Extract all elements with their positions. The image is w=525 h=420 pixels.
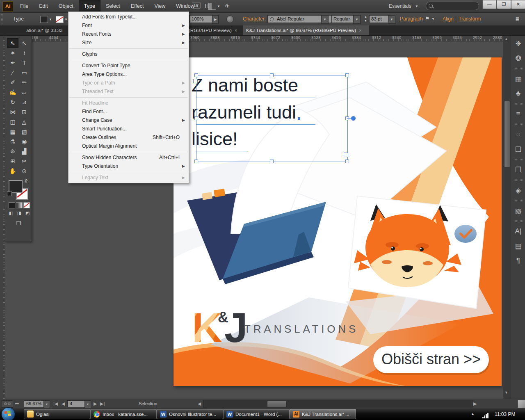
character-panel-icon[interactable]: A| — [511, 224, 525, 239]
resize-grip[interactable] — [518, 400, 525, 408]
free-transform-tool[interactable]: ⊡ — [18, 107, 30, 117]
swatches-panel-icon[interactable]: ▦ — [511, 71, 525, 86]
rectangle-tool[interactable]: ▭ — [18, 68, 30, 78]
warp-arrow-icon[interactable]: ▼ — [431, 17, 435, 21]
eraser-tool[interactable]: ▱ — [18, 87, 30, 97]
opacity-field[interactable]: 100% — [189, 15, 213, 23]
brushes-panel-icon[interactable]: ♣ — [511, 86, 525, 101]
text-center-point[interactable] — [298, 117, 300, 120]
restore-button[interactable]: ❐ — [497, 0, 511, 9]
dock-group-grip[interactable] — [514, 159, 523, 160]
shaper-tool[interactable]: ✍ — [7, 87, 18, 97]
first-artboard-icon[interactable]: |◀ — [53, 401, 58, 406]
blend-tool[interactable]: ◉ — [18, 137, 30, 146]
draw-behind-mode-button[interactable]: ◨ — [15, 210, 23, 216]
scroll-up-icon[interactable]: ▲ — [504, 37, 508, 41]
menu-item-create-outlines[interactable]: Create OutlinesShift+Ctrl+O — [68, 133, 189, 142]
menu-file[interactable]: File — [15, 0, 34, 12]
gradient-panel-icon[interactable]: ▧ — [511, 203, 525, 218]
envelope-warp-icon[interactable]: ⚑ — [425, 16, 430, 22]
selection-bounding-box[interactable] — [196, 75, 348, 162]
workspace-switcher[interactable]: Essentials — [389, 3, 411, 9]
recolor-artwork-icon[interactable] — [226, 16, 234, 23]
taskbar-button-chrome[interactable]: Inbox - katarina.sse... — [90, 409, 157, 419]
stroke-color-swatch[interactable] — [56, 16, 64, 23]
stroke-arrow-icon[interactable]: ▼ — [64, 18, 68, 21]
zoom-tool[interactable]: ⊙ — [18, 166, 30, 176]
last-artboard-icon[interactable]: ▶| — [100, 401, 105, 406]
menu-edit[interactable]: Edit — [34, 0, 53, 12]
menu-item-font[interactable]: Font▶ — [68, 21, 189, 30]
arrange-documents-arrow-icon[interactable]: ▼ — [217, 5, 220, 8]
selection-handle[interactable] — [345, 160, 349, 163]
gradient-mode-button[interactable] — [16, 202, 23, 208]
pencil-tool[interactable]: ✏ — [18, 78, 30, 87]
fox-illustration[interactable] — [346, 196, 493, 334]
transparency-panel-icon[interactable]: ◌ — [511, 127, 525, 142]
menu-view[interactable]: View — [149, 0, 171, 12]
menu-item-recent-fonts[interactable]: Recent Fonts▶ — [68, 30, 189, 39]
taskbar-button-folder[interactable]: Oglasi — [24, 409, 90, 419]
layers-panel-icon[interactable]: ◈ — [511, 183, 525, 198]
text-in-port[interactable] — [193, 79, 198, 83]
scale-tool[interactable]: ⊿ — [18, 97, 30, 107]
paragraph-panel-link[interactable]: Paragraph — [400, 16, 423, 22]
transform-panel-link[interactable]: Transform — [459, 16, 481, 22]
perspective-grid-tool[interactable]: ◬ — [18, 117, 30, 127]
menu-item-convert-to-point-type[interactable]: Convert To Point Type — [68, 62, 189, 70]
fill-color-swatch[interactable] — [40, 16, 48, 23]
selection-handle[interactable] — [194, 160, 198, 163]
paintbrush-tool[interactable]: ✐ — [7, 78, 18, 87]
document-tab-left[interactable]: ation.ai* @ 33.33 — [26, 25, 68, 35]
selection-handle[interactable] — [270, 160, 274, 163]
opacity-spinner-icon[interactable]: ▶ — [212, 15, 219, 24]
align-panel-link[interactable]: Align — [443, 16, 454, 22]
horizontal-scroll-track[interactable] — [203, 400, 472, 408]
next-artboard-icon[interactable]: ▶ — [94, 401, 97, 406]
bridge-button[interactable]: Br — [192, 2, 201, 9]
close-button[interactable]: ✕ — [511, 0, 525, 9]
rotate-tool[interactable]: ↻ — [7, 97, 18, 107]
zoom-arrow-icon[interactable]: ▼ — [43, 400, 50, 408]
taskbar-button-word[interactable]: WOsnovni Illustrator te... — [157, 409, 223, 419]
settings-gears-icon[interactable]: ⚙⚙ — [2, 400, 13, 408]
shape-builder-tool[interactable]: ◫ — [7, 117, 18, 127]
selection-handle[interactable] — [270, 73, 274, 77]
document-tab-middle[interactable]: (RGB/GPU Preview)× — [189, 25, 242, 35]
horizontal-scroll-thumb[interactable] — [267, 401, 287, 407]
selection-tool[interactable]: ↖ — [7, 38, 18, 48]
draw-normal-mode-button[interactable]: ◧ — [7, 210, 15, 216]
dock-group-grip[interactable] — [514, 68, 523, 69]
menu-type[interactable]: Type — [79, 0, 100, 12]
menu-item-optical-margin-alignment[interactable]: Optical Margin Alignment — [68, 142, 189, 151]
dock-group-grip[interactable] — [514, 220, 523, 222]
menu-object[interactable]: Object — [53, 0, 79, 12]
menu-item-glyphs[interactable]: Glyphs — [68, 50, 189, 59]
menu-item-find-font[interactable]: Find Font... — [68, 107, 189, 116]
font-size-stepper[interactable]: ▲▼ — [363, 15, 368, 23]
color-mode-button[interactable] — [9, 202, 15, 208]
menu-item-smart-punctuation[interactable]: Smart Punctuation... — [68, 125, 189, 133]
default-fill-stroke-icon[interactable] — [7, 192, 12, 196]
symbol-sprayer-tool[interactable]: ❊ — [7, 146, 18, 156]
color-panel-icon[interactable]: ❉ — [511, 36, 525, 51]
eyedropper-tool[interactable]: ⚗ — [7, 137, 18, 146]
direct-selection-tool[interactable]: ↖ — [18, 38, 30, 48]
control-panel-menu-icon[interactable]: ≣ — [515, 16, 519, 22]
draw-inside-mode-button[interactable]: ◩ — [23, 210, 32, 216]
dock-group-grip[interactable] — [514, 123, 523, 125]
tab-close-icon[interactable]: × — [235, 28, 237, 33]
lasso-tool[interactable]: ≀ — [18, 48, 30, 58]
dock-group-grip[interactable] — [514, 179, 523, 181]
color-guide-panel-icon[interactable]: ❂ — [511, 51, 525, 66]
font-style-arrow-icon[interactable]: ▼ — [353, 15, 361, 24]
menu-item-size[interactable]: Size▶ — [68, 39, 189, 47]
stroke-panel-icon[interactable]: ≡ — [511, 107, 525, 121]
slice-tool[interactable]: ✂ — [18, 156, 30, 166]
font-family-arrow-icon[interactable]: ▼ — [321, 15, 329, 24]
line-segment-tool[interactable]: ∕ — [7, 68, 18, 78]
hand-tool[interactable]: ✋ — [7, 166, 18, 176]
artboards-panel-icon[interactable]: ❏ — [511, 142, 525, 157]
tab-close-icon[interactable]: × — [359, 28, 361, 33]
screen-mode-button[interactable]: ❒ — [13, 219, 24, 227]
